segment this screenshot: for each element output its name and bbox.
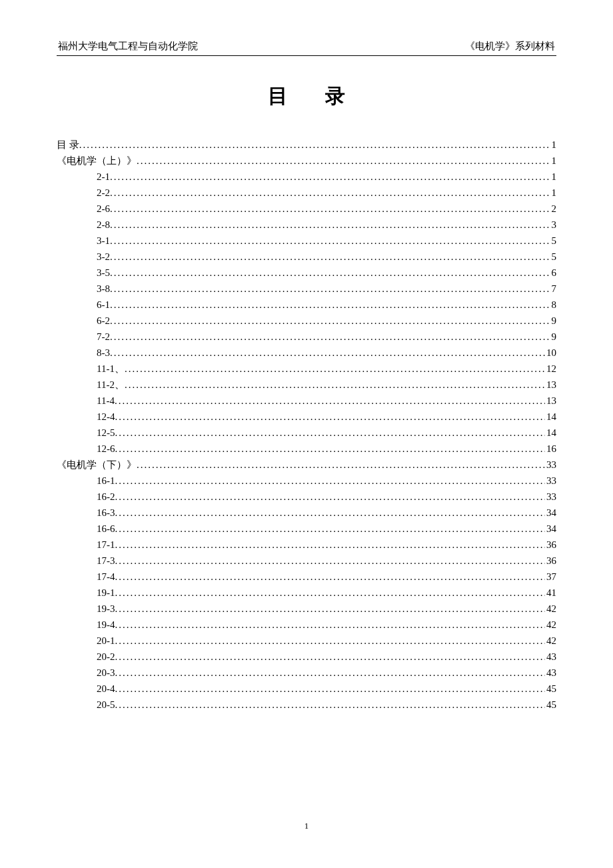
toc-entry-label: 16-3 — [97, 505, 115, 521]
toc-entry-label: 11-4 — [97, 393, 115, 409]
toc-leader-dots — [79, 137, 550, 153]
toc-entry-label: 12-5 — [97, 425, 115, 441]
toc-entry-page: 5 — [550, 233, 557, 249]
toc-entry: 20-445 — [57, 681, 556, 697]
page-number: 1 — [305, 821, 309, 831]
toc-leader-dots — [115, 601, 546, 617]
toc-entry-label: 6-1 — [97, 297, 110, 313]
toc-entry: 2-11 — [57, 169, 556, 185]
toc-leader-dots — [115, 553, 546, 569]
toc-entry-label: 20-4 — [97, 681, 115, 697]
toc-entry-page: 12 — [545, 361, 556, 377]
toc-leader-dots — [115, 665, 546, 681]
toc-entry-label: 17-3 — [97, 553, 115, 569]
toc-leader-dots — [110, 217, 550, 233]
toc-leader-dots — [115, 649, 546, 665]
toc-leader-dots — [115, 425, 546, 441]
page-header: 福州大学电气工程与自动化学院 《电机学》系列材料 — [57, 40, 556, 56]
toc-entry-page: 34 — [545, 521, 556, 537]
toc-entry-page: 42 — [545, 633, 556, 649]
toc-entry-page: 10 — [545, 345, 556, 361]
toc-entry-page: 13 — [545, 393, 556, 409]
toc-leader-dots — [110, 313, 550, 329]
toc-entry-page: 45 — [545, 697, 556, 713]
toc-leader-dots — [110, 265, 550, 281]
toc-entry: 2-21 — [57, 185, 556, 201]
toc-entry: 17-437 — [57, 569, 556, 585]
toc-entry-page: 2 — [550, 201, 557, 217]
toc-entry-page: 36 — [545, 553, 556, 569]
toc-entry-page: 43 — [545, 649, 556, 665]
toc-entry-label: 19-4 — [97, 617, 115, 633]
table-of-contents: 目 录1《电机学（上）》12-112-212-622-833-153-253-5… — [57, 137, 556, 713]
toc-entry-page: 14 — [545, 409, 556, 425]
toc-entry-label: 3-8 — [97, 281, 110, 297]
toc-leader-dots — [115, 489, 546, 505]
toc-entry-label: 3-5 — [97, 265, 110, 281]
toc-entry-label: 20-3 — [97, 665, 115, 681]
toc-entry: 17-136 — [57, 537, 556, 553]
toc-entry-label: 16-2 — [97, 489, 115, 505]
toc-entry-page: 8 — [550, 297, 557, 313]
toc-entry: 3-56 — [57, 265, 556, 281]
header-right: 《电机学》系列材料 — [465, 40, 555, 53]
toc-entry: 2-83 — [57, 217, 556, 233]
toc-entry: 11-2、13 — [57, 377, 556, 393]
toc-entry-label: 12-6 — [97, 441, 115, 457]
toc-entry-label: 20-5 — [97, 697, 115, 713]
toc-entry-label: 11-2、 — [97, 377, 125, 393]
toc-leader-dots — [115, 697, 546, 713]
toc-leader-dots — [110, 281, 550, 297]
toc-leader-dots — [115, 521, 546, 537]
toc-entry: 16-634 — [57, 521, 556, 537]
toc-entry-page: 5 — [550, 249, 557, 265]
toc-entry-label: 2-1 — [97, 169, 110, 185]
toc-leader-dots — [110, 169, 550, 185]
toc-entry-label: 12-4 — [97, 409, 115, 425]
toc-entry-label: 19-1 — [97, 585, 115, 601]
toc-leader-dots — [125, 377, 545, 393]
toc-entry: 12-514 — [57, 425, 556, 441]
toc-entry: 6-18 — [57, 297, 556, 313]
toc-leader-dots — [115, 585, 546, 601]
toc-entry: 16-233 — [57, 489, 556, 505]
toc-entry-page: 45 — [545, 681, 556, 697]
toc-entry: 19-342 — [57, 601, 556, 617]
toc-entry-label: 8-3 — [97, 345, 110, 361]
toc-entry: 8-310 — [57, 345, 556, 361]
toc-entry-label: 11-1、 — [97, 361, 125, 377]
toc-entry-label: 《电机学（下）》 — [57, 457, 137, 473]
toc-entry-label: 2-2 — [97, 185, 110, 201]
toc-entry-label: 7-2 — [97, 329, 110, 345]
toc-entry-page: 1 — [550, 169, 557, 185]
toc-entry: 3-25 — [57, 249, 556, 265]
toc-entry: 3-15 — [57, 233, 556, 249]
toc-entry-label: 16-6 — [97, 521, 115, 537]
toc-leader-dots — [110, 185, 550, 201]
toc-entry-label: 6-2 — [97, 313, 110, 329]
toc-entry-label: 20-2 — [97, 649, 115, 665]
toc-entry-page: 1 — [550, 153, 557, 169]
toc-entry-page: 42 — [545, 617, 556, 633]
toc-entry: 20-142 — [57, 633, 556, 649]
toc-leader-dots — [115, 505, 546, 521]
toc-entry: 《电机学（上）》1 — [57, 153, 556, 169]
toc-entry-label: 16-1 — [97, 473, 115, 489]
toc-entry: 16-133 — [57, 473, 556, 489]
toc-leader-dots — [115, 617, 546, 633]
toc-entry-page: 37 — [545, 569, 556, 585]
toc-leader-dots — [115, 393, 545, 409]
toc-entry-label: 目 录 — [57, 137, 79, 153]
toc-entry-page: 36 — [545, 537, 556, 553]
toc-entry: 目 录1 — [57, 137, 556, 153]
toc-entry-page: 7 — [550, 281, 557, 297]
toc-leader-dots — [110, 201, 550, 217]
toc-leader-dots — [115, 409, 546, 425]
toc-leader-dots — [137, 153, 550, 169]
toc-leader-dots — [110, 233, 550, 249]
toc-entry-label: 2-6 — [97, 201, 110, 217]
toc-entry-page: 33 — [545, 489, 556, 505]
toc-entry-page: 9 — [550, 329, 557, 345]
toc-entry: 《电机学（下）》33 — [57, 457, 556, 473]
toc-entry-label: 17-4 — [97, 569, 115, 585]
